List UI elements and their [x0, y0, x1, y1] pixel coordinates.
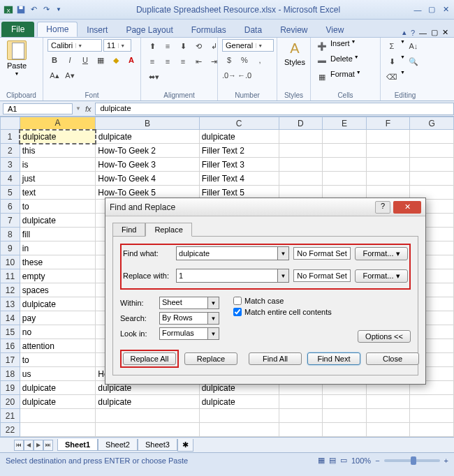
help-icon[interactable]: ?	[411, 29, 415, 37]
number-format-combo[interactable]: General▼	[222, 39, 274, 52]
cell-D21[interactable]	[279, 409, 323, 423]
match-entire-checkbox[interactable]: Match entire cell contents	[233, 308, 332, 316]
dec-indent-button[interactable]: ⇤	[191, 54, 205, 68]
cell-C1[interactable]: dulpicate	[199, 130, 279, 144]
search-combo[interactable]: By Rows▼	[159, 312, 219, 325]
cell-E4[interactable]	[323, 172, 367, 186]
doc-restore-icon[interactable]: ▢	[431, 28, 438, 37]
row-header-19[interactable]: 19	[1, 381, 20, 395]
currency-button[interactable]: $	[222, 53, 236, 67]
dialog-titlebar[interactable]: Find and Replace ? ✕	[105, 198, 425, 216]
fill-color-button[interactable]: ◆	[109, 53, 123, 67]
font-size-combo[interactable]: 11▼	[103, 39, 131, 52]
cell-F2[interactable]	[366, 144, 410, 158]
tab-nav-prev[interactable]: ◀	[24, 440, 34, 451]
options-button[interactable]: Options <<	[358, 330, 411, 343]
cell-B20[interactable]: dulpicate	[96, 395, 199, 409]
cell-G4[interactable]	[410, 172, 454, 186]
percent-button[interactable]: %	[237, 53, 251, 67]
cell-E1[interactable]	[323, 130, 367, 144]
cell-G20[interactable]	[410, 395, 454, 409]
cell-G22[interactable]	[410, 423, 454, 437]
close-window-icon[interactable]: ✕	[440, 4, 451, 15]
cell-A20[interactable]: dulpicate	[20, 395, 95, 409]
paste-button[interactable]: Paste ▼	[4, 39, 29, 77]
replace-dropdown-icon[interactable]: ▼	[278, 269, 289, 283]
row-header-18[interactable]: 18	[1, 367, 20, 381]
cell-D3[interactable]	[279, 158, 323, 172]
cell-A21[interactable]	[20, 409, 95, 423]
view-break-icon[interactable]: ▭	[340, 456, 347, 465]
cell-C3[interactable]: Filler Text 3	[199, 158, 279, 172]
grow-font-button[interactable]: A▴	[47, 68, 61, 82]
cell-A4[interactable]: just	[20, 172, 95, 186]
cell-F21[interactable]	[366, 409, 410, 423]
fill-button[interactable]: ⬇	[385, 54, 399, 68]
italic-button[interactable]: I	[63, 53, 77, 67]
zoom-out-button[interactable]: −	[375, 456, 379, 465]
dialog-help-button[interactable]: ?	[375, 201, 390, 214]
file-tab[interactable]: File	[1, 22, 34, 37]
cell-D1[interactable]	[279, 130, 323, 144]
cell-E21[interactable]	[323, 409, 367, 423]
border-button[interactable]: ▦	[94, 53, 108, 67]
page-layout-tab[interactable]: Page Layout	[117, 22, 182, 37]
row-header-8[interactable]: 8	[1, 228, 20, 241]
zoom-slider[interactable]	[384, 459, 440, 462]
cell-G21[interactable]	[410, 409, 454, 423]
align-right-button[interactable]: ≡	[176, 54, 190, 68]
name-box[interactable]: A1	[3, 103, 73, 114]
close-button[interactable]: Close	[366, 352, 419, 365]
new-sheet-tab[interactable]: ✱	[177, 439, 193, 452]
align-left-button[interactable]: ≡	[145, 54, 159, 68]
cell-A19[interactable]: dulpicate	[20, 381, 95, 395]
row-header-13[interactable]: 13	[1, 297, 20, 311]
cell-D2[interactable]	[279, 144, 323, 158]
sheet2-tab[interactable]: Sheet2	[98, 439, 138, 451]
minimize-icon[interactable]: —	[412, 4, 423, 15]
row-header-5[interactable]: 5	[1, 186, 20, 200]
orientation-button[interactable]: ⟲	[191, 39, 205, 53]
find-what-input[interactable]	[176, 246, 278, 260]
row-header-2[interactable]: 2	[1, 144, 20, 158]
cell-D22[interactable]	[279, 423, 323, 437]
row-header-16[interactable]: 16	[1, 339, 20, 353]
cell-C21[interactable]	[199, 409, 279, 423]
col-header-F[interactable]: F	[366, 117, 410, 130]
cell-G1[interactable]	[410, 130, 454, 144]
cell-E3[interactable]	[323, 158, 367, 172]
cell-E20[interactable]	[323, 395, 367, 409]
replace-button[interactable]: Replace	[184, 352, 237, 365]
view-normal-icon[interactable]: ▦	[318, 456, 325, 465]
cells-delete-button[interactable]: Delete	[330, 54, 353, 68]
row-header-3[interactable]: 3	[1, 158, 20, 172]
cell-A8[interactable]: fill	[20, 228, 95, 241]
sheet3-tab[interactable]: Sheet3	[138, 439, 177, 451]
find-dropdown-icon[interactable]: ▼	[278, 246, 289, 260]
zoom-in-button[interactable]: +	[444, 456, 448, 465]
cell-A12[interactable]: spaces	[20, 283, 95, 297]
cell-A5[interactable]: text	[20, 186, 95, 200]
cell-A2[interactable]: this	[20, 144, 95, 158]
cell-D20[interactable]	[279, 395, 323, 409]
row-header-14[interactable]: 14	[1, 311, 20, 325]
col-header-B[interactable]: B	[96, 117, 199, 130]
cell-A1[interactable]: dulpicate	[20, 130, 95, 144]
cell-A6[interactable]: to	[20, 200, 95, 214]
row-header-17[interactable]: 17	[1, 353, 20, 367]
row-header-22[interactable]: 22	[1, 423, 20, 437]
tab-nav-first[interactable]: ⏮	[14, 440, 24, 451]
bold-button[interactable]: B	[47, 53, 61, 67]
replace-tab[interactable]: Replace	[145, 223, 191, 237]
cell-A14[interactable]: pay	[20, 311, 95, 325]
dec-decimal-button[interactable]: ←.0	[237, 68, 251, 82]
cell-A15[interactable]: no	[20, 325, 95, 339]
replace-with-input[interactable]	[176, 269, 278, 283]
lookin-combo[interactable]: Formulas▼	[159, 327, 219, 340]
cell-C20[interactable]: dulpicate	[199, 395, 279, 409]
row-header-15[interactable]: 15	[1, 325, 20, 339]
data-tab[interactable]: Data	[235, 22, 271, 37]
home-tab[interactable]: Home	[37, 22, 78, 37]
cell-F3[interactable]	[366, 158, 410, 172]
dialog-close-button[interactable]: ✕	[393, 201, 421, 214]
